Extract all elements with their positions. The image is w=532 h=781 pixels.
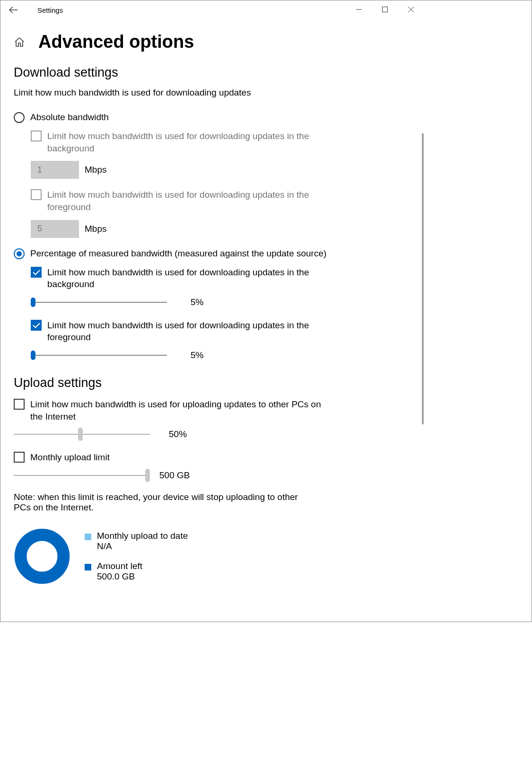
close-button[interactable] bbox=[398, 0, 424, 18]
back-button[interactable] bbox=[0, 0, 26, 19]
mbps-unit: Mbps bbox=[85, 165, 106, 175]
absolute-fg-checkbox bbox=[31, 189, 42, 200]
monthly-limit-checkbox[interactable] bbox=[14, 452, 25, 463]
percentage-bandwidth-radio[interactable] bbox=[14, 248, 25, 259]
upload-limit-slider bbox=[14, 430, 150, 439]
percent-bg-slider[interactable] bbox=[31, 298, 167, 307]
absolute-bg-input bbox=[31, 161, 79, 179]
legend-monthly-value: N/A bbox=[97, 541, 188, 552]
arrow-left-icon bbox=[9, 6, 17, 14]
legend-swatch-left bbox=[85, 564, 91, 570]
maximize-button[interactable] bbox=[372, 0, 398, 18]
home-icon[interactable] bbox=[14, 36, 25, 48]
legend-monthly-label: Monthly upload to date bbox=[97, 531, 188, 541]
legend-swatch-monthly bbox=[85, 534, 91, 540]
maximize-icon bbox=[382, 7, 388, 12]
absolute-fg-input bbox=[31, 220, 79, 238]
mbps-unit-2: Mbps bbox=[85, 224, 106, 234]
upload-note: Note: when this limit is reached, your d… bbox=[14, 492, 316, 513]
legend-left-label: Amount left bbox=[97, 561, 142, 571]
close-icon bbox=[408, 7, 414, 12]
monthly-limit-value: 500 GB bbox=[159, 470, 190, 481]
percent-bg-value: 5% bbox=[191, 297, 203, 307]
upload-limit-label: Limit how much bandwidth is used for upl… bbox=[30, 398, 333, 422]
absolute-bg-label: Limit how much bandwidth is used for dow… bbox=[47, 130, 312, 154]
percent-bg-label: Limit how much bandwidth is used for dow… bbox=[47, 266, 312, 290]
percentage-bandwidth-label: Percentage of measured bandwidth (measur… bbox=[30, 247, 326, 259]
svg-rect-0 bbox=[382, 7, 387, 12]
upload-limit-checkbox[interactable] bbox=[14, 399, 25, 410]
download-settings-heading: Download settings bbox=[14, 65, 410, 80]
percent-bg-checkbox[interactable] bbox=[31, 267, 42, 278]
download-description: Limit how much bandwidth is used for dow… bbox=[14, 88, 410, 98]
absolute-bandwidth-radio[interactable] bbox=[14, 112, 25, 123]
minimize-button[interactable] bbox=[346, 0, 372, 18]
minimize-icon bbox=[356, 7, 362, 12]
upload-settings-heading: Upload settings bbox=[14, 376, 410, 390]
window-title: Settings bbox=[26, 6, 63, 14]
upload-limit-value: 50% bbox=[169, 429, 187, 439]
percent-fg-checkbox[interactable] bbox=[31, 320, 42, 331]
monthly-limit-label: Monthly upload limit bbox=[30, 451, 110, 464]
percent-fg-slider[interactable] bbox=[31, 351, 167, 360]
page-title: Advanced options bbox=[38, 32, 194, 52]
absolute-bg-checkbox bbox=[31, 131, 42, 141]
absolute-fg-label: Limit how much bandwidth is used for dow… bbox=[47, 188, 312, 213]
absolute-bandwidth-label: Absolute bandwidth bbox=[30, 111, 109, 123]
percent-fg-label: Limit how much bandwidth is used for dow… bbox=[47, 319, 312, 343]
scrollbar-thumb[interactable] bbox=[422, 133, 424, 424]
legend-left-value: 500.0 GB bbox=[97, 571, 142, 582]
svg-point-1 bbox=[21, 535, 64, 578]
monthly-limit-slider bbox=[14, 471, 150, 480]
usage-donut-chart bbox=[14, 528, 70, 585]
percent-fg-value: 5% bbox=[191, 350, 203, 360]
